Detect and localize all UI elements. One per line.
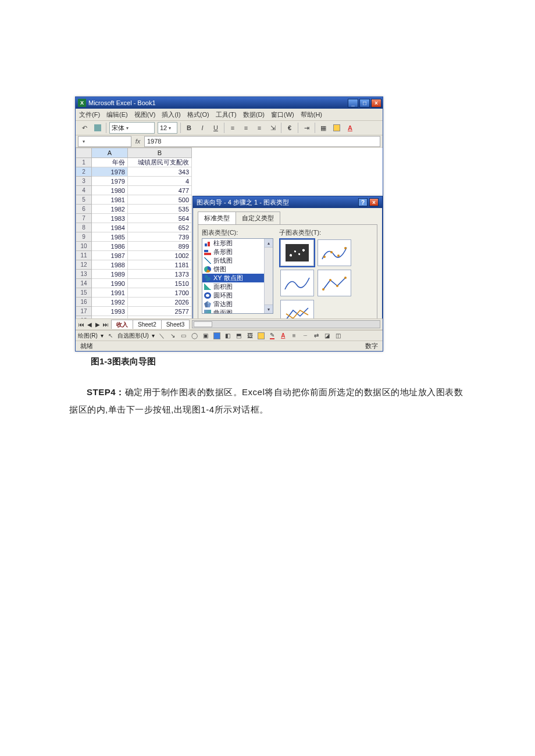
cell-year[interactable]: 1979: [92, 177, 128, 186]
tab-nav-next-icon[interactable]: ▶: [94, 321, 101, 328]
draw-menu[interactable]: 绘图(R): [78, 332, 98, 340]
scroll-down-icon[interactable]: ▾: [265, 304, 273, 313]
row-header[interactable]: 12: [76, 260, 92, 270]
cell-value[interactable]: 1700: [128, 288, 192, 298]
column-header-b[interactable]: B: [128, 148, 192, 158]
fill-color-icon[interactable]: [257, 332, 265, 340]
font-color-icon[interactable]: A: [345, 123, 355, 133]
row-header[interactable]: 8: [76, 223, 92, 232]
cell-value[interactable]: 477: [128, 186, 192, 195]
cell-value[interactable]: 564: [128, 214, 192, 223]
scroll-up-icon[interactable]: ▴: [265, 239, 273, 248]
font-color-icon[interactable]: A: [279, 332, 287, 340]
arrow-style-icon[interactable]: ⇄: [312, 332, 320, 340]
cell-year[interactable]: 1987: [92, 251, 128, 260]
menu-format[interactable]: 格式(O): [187, 110, 209, 119]
cell-year[interactable]: 1983: [92, 214, 128, 223]
chart-type-listbox[interactable]: 柱形图条形图折线图饼图XY 散点图面积图圆环图雷达图曲面图 ▴ ▾: [202, 238, 273, 314]
align-left-icon[interactable]: ≡: [227, 123, 238, 133]
menu-edit[interactable]: 编辑(E): [106, 110, 128, 119]
cell-year[interactable]: 1981: [92, 195, 128, 205]
shadow-icon[interactable]: ◪: [323, 332, 331, 340]
line-icon[interactable]: ＼: [158, 332, 166, 340]
cell-value[interactable]: 2577: [128, 307, 192, 316]
tab-custom-types[interactable]: 自定义类型: [236, 212, 280, 224]
cell-year[interactable]: 1991: [92, 288, 128, 298]
menu-view[interactable]: 视图(V): [134, 110, 156, 119]
currency-icon[interactable]: €: [284, 123, 295, 133]
cell-value[interactable]: 500: [128, 195, 192, 205]
subtype-scatter-lines-markers[interactable]: [318, 270, 351, 296]
cell-year[interactable]: 1980: [92, 186, 128, 195]
row-header[interactable]: 17: [76, 307, 92, 316]
sheet-tab-1[interactable]: 收入: [111, 320, 133, 329]
dash-style-icon[interactable]: ┈: [301, 332, 309, 340]
merge-center-icon[interactable]: ⇲: [268, 123, 278, 133]
row-header[interactable]: 10: [76, 242, 92, 251]
cell-value[interactable]: 535: [128, 205, 192, 214]
cell-value[interactable]: 899: [128, 242, 192, 251]
arrow-icon[interactable]: ↘: [169, 332, 177, 340]
cell-year[interactable]: 1978: [92, 167, 128, 177]
undo-icon[interactable]: ↶: [79, 123, 90, 133]
row-header[interactable]: 16: [76, 298, 92, 307]
minimize-button[interactable]: _: [348, 99, 358, 108]
menu-insert[interactable]: 插入(I): [162, 110, 180, 119]
cell-year[interactable]: 1992: [92, 298, 128, 307]
align-center-icon[interactable]: ≡: [241, 123, 251, 133]
select-all-corner[interactable]: [76, 148, 92, 158]
row-header-1[interactable]: 1: [76, 158, 92, 167]
sheet-tab-2[interactable]: Sheet2: [133, 320, 162, 329]
chart-type-item[interactable]: 折线图: [202, 256, 273, 265]
maximize-button[interactable]: □: [359, 99, 370, 108]
picture-icon[interactable]: 🖼: [246, 332, 254, 340]
horizontal-scrollbar[interactable]: [192, 320, 380, 328]
chart-type-item[interactable]: 条形图: [202, 248, 273, 256]
font-name-select[interactable]: 宋体▾: [109, 122, 155, 134]
cell-year[interactable]: 1982: [92, 205, 128, 214]
cell-year[interactable]: 1989: [92, 270, 128, 279]
cell-year[interactable]: 1986: [92, 242, 128, 251]
cell-value[interactable]: 1510: [128, 279, 192, 288]
fx-icon[interactable]: fx: [134, 138, 142, 145]
cell-a1[interactable]: 年份: [92, 158, 128, 167]
clipart-icon[interactable]: ⬒: [235, 332, 243, 340]
column-header-a[interactable]: A: [92, 148, 128, 158]
menu-help[interactable]: 帮助(H): [301, 110, 322, 119]
cell-value[interactable]: 739: [128, 232, 192, 242]
diagram-icon[interactable]: ◧: [224, 332, 232, 340]
name-box[interactable]: ▾: [78, 136, 131, 147]
chart-type-item[interactable]: 曲面图: [202, 309, 273, 314]
scrollbar[interactable]: ▴ ▾: [264, 239, 273, 313]
cell-value[interactable]: 2026: [128, 298, 192, 307]
wordart-icon[interactable]: [213, 332, 221, 340]
close-button[interactable]: ×: [371, 99, 381, 108]
cell-year[interactable]: 1993: [92, 307, 128, 316]
row-header[interactable]: 9: [76, 232, 92, 242]
row-header[interactable]: 7: [76, 214, 92, 223]
chart-type-item[interactable]: 圆环图: [202, 291, 273, 300]
chart-type-item[interactable]: 面积图: [202, 282, 273, 291]
subtype-scatter-smooth[interactable]: [280, 270, 314, 296]
autoshapes-menu[interactable]: 自选图形(U): [117, 332, 149, 340]
row-header[interactable]: 2: [76, 167, 92, 177]
row-header[interactable]: 6: [76, 205, 92, 214]
indent-icon[interactable]: ⇥: [301, 123, 312, 133]
sheet-tab-3[interactable]: Sheet3: [161, 320, 190, 329]
row-header[interactable]: 5: [76, 195, 92, 205]
tab-nav-prev-icon[interactable]: ◀: [86, 321, 93, 328]
3d-icon[interactable]: ◫: [334, 332, 343, 340]
underline-button[interactable]: U: [211, 123, 221, 133]
cell-value[interactable]: 652: [128, 223, 192, 232]
bold-button[interactable]: B: [184, 123, 194, 133]
pointer-icon[interactable]: ↖: [106, 332, 115, 340]
cell-value[interactable]: 1181: [128, 260, 192, 270]
cell-value[interactable]: 1373: [128, 270, 192, 279]
formula-input[interactable]: 1978: [144, 136, 380, 147]
menu-data[interactable]: 数据(D): [243, 110, 265, 119]
cell-value[interactable]: 1002: [128, 251, 192, 260]
chart-type-item[interactable]: 雷达图: [202, 300, 273, 309]
menu-window[interactable]: 窗口(W): [271, 110, 294, 119]
tab-nav-first-icon[interactable]: ⏮: [78, 321, 85, 328]
fill-color-icon[interactable]: [331, 123, 342, 133]
